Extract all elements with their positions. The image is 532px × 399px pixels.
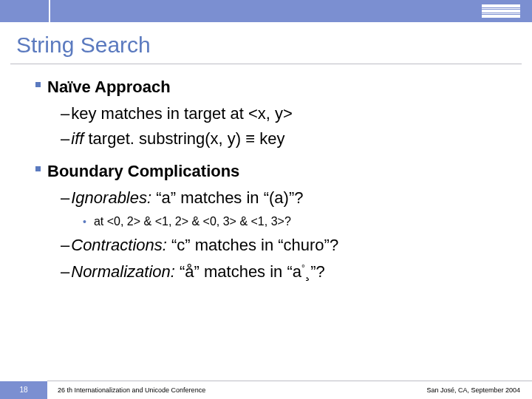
footer-conference: 26 th Internationalization and Unicode C… [47,386,426,394]
bullet-prefix: iff [71,129,88,148]
subbullet-text: at <0, 2> & <1, 2> & <0, 3> & <1, 3>? [94,215,291,228]
slide-content: Naïve Approach –key matches in target at… [0,64,532,282]
bullet-text: “c” matches in “churo”? [167,236,338,254]
slide-title: String Search [0,22,532,64]
ibm-logo-icon [482,4,520,18]
bullet-text: key matches in target at <x, y> [71,104,293,123]
bullet-prefix: Normalization: [71,262,175,281]
superscript: ° [301,263,305,273]
bullet-ignorables: –Ignorables: “a” matches in “(a)”? [35,188,502,208]
bullet-text: target. substring(x, y) ≡ key [88,129,284,148]
header-bar [0,0,532,22]
slide-number: 18 [0,381,47,399]
bullet-key-matches: –key matches in target at <x, y> [35,104,502,123]
section-heading-boundary: Boundary Complications [35,162,502,181]
header-separator [49,0,50,22]
bullet-contractions: –Contractions: “c” matches in “churo”? [35,236,502,255]
subbullet-positions: •at <0, 2> & <1, 2> & <0, 3> & <1, 3>? [35,215,502,228]
bullet-tail: ¸”? [305,262,325,281]
bullet-prefix: Ignorables: [71,188,151,207]
bullet-prefix: Contractions: [71,236,167,254]
bullet-normalization: –Normalization: “å” matches in “a°¸”? [35,262,502,282]
footer-location: San José, CA, September 2004 [426,386,532,394]
section-heading-naive: Naïve Approach [35,78,502,97]
footer: 18 26 th Internationalization and Unicod… [0,381,532,399]
bullet-text: “a” matches in “(a)”? [151,188,303,207]
bullet-iff: –iff target. substring(x, y) ≡ key [35,129,502,149]
bullet-text: “å” matches in “a [175,262,301,281]
